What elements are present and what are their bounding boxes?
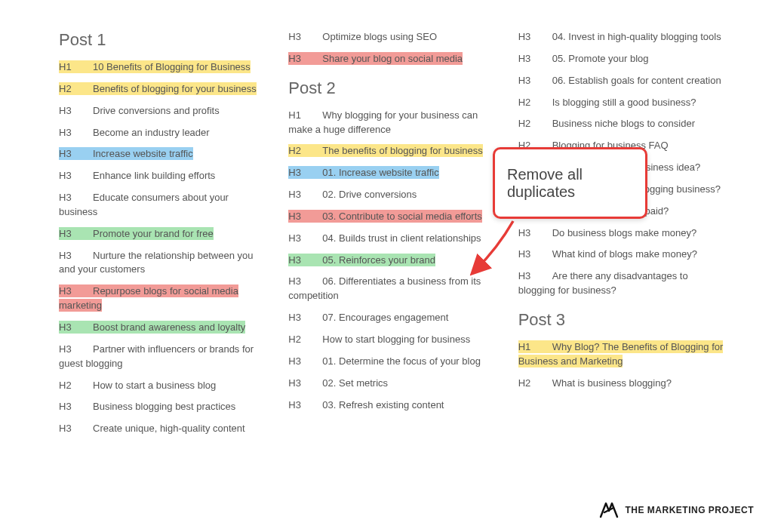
heading-text: How to start blogging for business [322, 334, 470, 345]
outline-entry: H2Benefits of blogging for your business [59, 82, 266, 97]
outline-entry: H2How to start blogging for business [288, 333, 495, 347]
outline-entry: H3Optimize blogs using SEO [288, 30, 495, 45]
outline-entry: H302. Drive conversions [288, 188, 495, 202]
callout-box: Remove all duplicates [493, 147, 647, 219]
outline-entry: H3Increase website traffic [59, 147, 266, 161]
heading-text: Benefits of blogging for your business [93, 83, 257, 94]
post-title: Post 1 [59, 30, 266, 50]
heading-level-tag: H3 [59, 422, 93, 436]
heading-text: 06. Establish goals for content creation [552, 75, 721, 86]
outline-entry: H2The benefits of blogging for business [288, 144, 495, 158]
heading-level-tag: H2 [518, 377, 552, 391]
column: Post 1H110 Benefits of Blogging for Busi… [59, 30, 266, 502]
heading-text: Is blogging still a good business? [552, 97, 696, 108]
heading-level-tag: H2 [288, 144, 322, 158]
heading-level-tag: H3 [288, 311, 322, 325]
heading-text: The benefits of blogging for business [322, 145, 482, 156]
outline-entry: H301. Determine the focus of your blog [288, 355, 495, 369]
column: H304. Invest in high-quality blogging to… [518, 30, 725, 502]
outline-entry: H303. Contribute to social media efforts [288, 210, 495, 224]
heading-text: Business niche blogs to consider [552, 118, 695, 129]
heading-text: Enhance link building efforts [93, 170, 215, 181]
heading-text: Optimize blogs using SEO [322, 31, 437, 42]
heading-level-tag: H3 [59, 321, 93, 335]
outline-entry: H1Why Blog? The Benefits of Blogging for… [518, 340, 725, 369]
heading-level-tag: H3 [59, 343, 93, 357]
outline-entry: H306. Differentiates a business from its… [288, 275, 495, 303]
heading-text: Business blogging best practices [93, 401, 235, 412]
footer-brand: THE MARKETING PROJECT [599, 502, 754, 518]
outline-entry: H303. Refresh existing content [288, 398, 495, 413]
heading-text: 01. Determine the focus of your blog [322, 355, 481, 367]
heading-text: Create unique, high-quality content [93, 423, 245, 434]
heading-level-tag: H3 [59, 249, 93, 263]
heading-text: 02. Drive conversions [322, 189, 417, 200]
heading-text: How to start a business blog [93, 380, 216, 391]
outline-entry: H3Promote your brand for free [59, 227, 266, 241]
heading-level-tag: H2 [518, 117, 552, 131]
brand-logo-icon [599, 502, 619, 518]
heading-text: Do business blogs make money? [552, 227, 697, 238]
post-title: Post 3 [518, 310, 725, 330]
outline-entry: H3Partner with influencers or brands for… [59, 343, 266, 371]
outline-entry: H304. Builds trust in client relationshi… [288, 232, 495, 246]
outline-entry: H302. Set metrics [288, 377, 495, 391]
outline-entry: H3Share your blog on social media [288, 52, 495, 66]
heading-text: 03. Refresh existing content [322, 399, 444, 411]
heading-level-tag: H3 [288, 52, 322, 66]
outline-entry: H2How to start a business blog [59, 379, 266, 393]
heading-level-tag: H3 [59, 227, 93, 241]
heading-level-tag: H3 [59, 169, 93, 183]
arrow-icon [468, 217, 521, 278]
heading-text: 04. Builds trust in client relationships [322, 232, 481, 244]
outline-entry: H3Educate consumers about your business [59, 191, 266, 220]
callout-text: Remove all duplicates [507, 166, 633, 201]
outline-entry: H3Are there any disadvantages to bloggin… [518, 269, 725, 298]
outline-entry: H1Why blogging for your business can mak… [288, 109, 495, 137]
heading-level-tag: H3 [59, 191, 93, 205]
column: H3Optimize blogs using SEOH3Share your b… [288, 30, 495, 502]
heading-text: Share your blog on social media [322, 53, 463, 64]
heading-level-tag: H3 [59, 126, 93, 140]
outline-entry: H305. Reinforces your brand [288, 254, 495, 268]
outline-entry: H305. Promote your blog [518, 52, 725, 66]
heading-text: Increase website traffic [93, 148, 193, 159]
heading-level-tag: H2 [288, 333, 322, 347]
heading-level-tag: H3 [288, 30, 322, 45]
heading-level-tag: H3 [288, 232, 322, 246]
heading-text: 07. Encourages engagement [322, 312, 448, 323]
outline-entry: H3Become an industry leader [59, 126, 266, 140]
brand-name: THE MARKETING PROJECT [625, 505, 754, 515]
heading-text: Boost brand awareness and loyalty [93, 321, 245, 333]
outline-entry: H2Business niche blogs to consider [518, 117, 725, 131]
heading-text: 05. Reinforces your brand [322, 254, 435, 266]
heading-text: 05. Promote your blog [552, 53, 649, 64]
heading-level-tag: H3 [518, 248, 552, 262]
outline-entry: H3Enhance link building efforts [59, 169, 266, 183]
heading-level-tag: H1 [288, 109, 322, 123]
heading-text: 03. Contribute to social media efforts [322, 211, 482, 222]
outline-entry: H304. Invest in high-quality blogging to… [518, 30, 725, 45]
heading-level-tag: H1 [518, 340, 552, 355]
outline-entry: H2What is business blogging? [518, 377, 725, 391]
heading-level-tag: H2 [59, 82, 93, 97]
heading-level-tag: H2 [59, 379, 93, 393]
outline-entry: H3Boost brand awareness and loyalty [59, 321, 266, 335]
outline-entry: H306. Establish goals for content creati… [518, 74, 725, 88]
heading-level-tag: H3 [518, 30, 552, 45]
heading-level-tag: H3 [288, 275, 322, 289]
heading-level-tag: H3 [518, 269, 552, 284]
heading-text: 02. Set metrics [322, 377, 388, 389]
outline-entry: H3Drive conversions and profits [59, 104, 266, 118]
heading-level-tag: H3 [288, 254, 322, 268]
heading-level-tag: H3 [518, 74, 552, 88]
outline-entry: H301. Increase website traffic [288, 166, 495, 180]
heading-level-tag: H3 [518, 226, 552, 241]
outline-entry: H3Repurpose blogs for social media marke… [59, 284, 266, 313]
heading-text: 10 Benefits of Blogging for Business [93, 61, 251, 72]
outline-entry: H3What kind of blogs make money? [518, 248, 725, 262]
heading-level-tag: H3 [288, 188, 322, 202]
outline-columns: Post 1H110 Benefits of Blogging for Busi… [59, 30, 725, 502]
heading-level-tag: H3 [288, 398, 322, 413]
outline-entry: H307. Encourages engagement [288, 311, 495, 325]
